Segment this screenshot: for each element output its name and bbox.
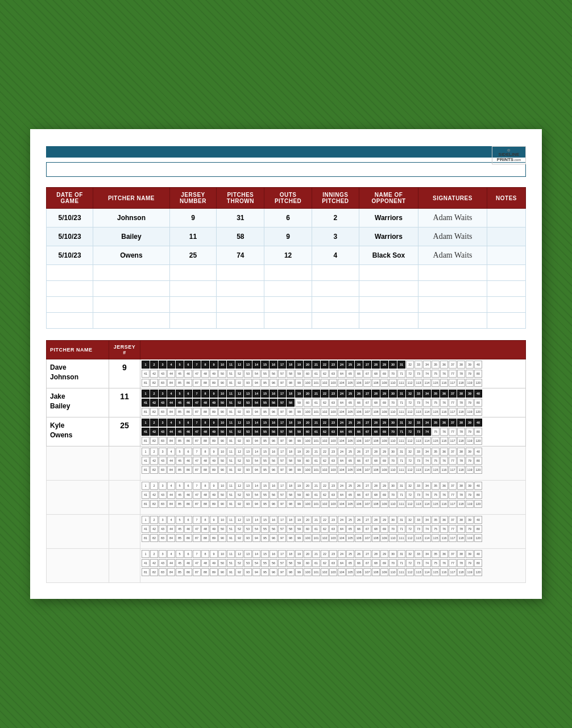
pitch-box-46: 46 (184, 559, 192, 567)
table-row: 5/10/23 Owens 25 74 12 4 Black Sox Adam … (47, 246, 526, 265)
pitch-box-87: 87 (193, 534, 201, 542)
pitch-box-8: 8 (201, 390, 209, 398)
pitch-box-20: 20 (304, 550, 312, 558)
pitch-box-113: 113 (415, 379, 422, 387)
pitch-box-23: 23 (329, 361, 337, 369)
pitch-box-98: 98 (287, 379, 295, 387)
pitch-box-43: 43 (159, 559, 167, 567)
pitch-box-10: 10 (218, 419, 226, 427)
pitch-box-39: 39 (466, 361, 474, 369)
pitch-box-117: 117 (449, 568, 457, 576)
pitch-box-76: 76 (440, 370, 448, 378)
pitch-box-23: 23 (329, 419, 337, 427)
pitch-box-30: 30 (389, 361, 397, 369)
pitch-box-93: 93 (244, 379, 252, 387)
pitch-box-18: 18 (287, 482, 295, 490)
pitch-box-101: 101 (312, 568, 320, 576)
pitch-box-12: 12 (235, 448, 243, 456)
pitch-box-55: 55 (261, 491, 269, 499)
pitch-box-95: 95 (261, 466, 269, 474)
pitch-box-83: 83 (159, 534, 167, 542)
pitch-box-22: 22 (321, 361, 329, 369)
pitch-box-72: 72 (406, 399, 414, 407)
pitch-box-77: 77 (449, 525, 457, 533)
pitch-box-107: 107 (363, 408, 371, 416)
pitch-box-67: 67 (363, 428, 371, 436)
pitch-box-70: 70 (389, 399, 397, 407)
pitch-box-101: 101 (312, 500, 320, 508)
pitch-box-55: 55 (261, 399, 269, 407)
pitch-box-71: 71 (397, 491, 405, 499)
pitch-box-112: 112 (406, 500, 414, 508)
pitch-box-27: 27 (363, 390, 371, 398)
pitch-box-47: 47 (193, 370, 201, 378)
pitch-box-100: 100 (304, 466, 312, 474)
pitch-box-114: 114 (423, 466, 431, 474)
pitch-box-9: 9 (210, 550, 218, 558)
pitch-box-9: 9 (210, 482, 218, 490)
empty-pitch-cell: 1234567891011121314151617181920212223242… (140, 481, 526, 515)
pitch-box-116: 116 (440, 466, 448, 474)
pitch-box-22: 22 (321, 419, 329, 427)
pitch-box-107: 107 (363, 437, 371, 445)
pitch-box-7: 7 (193, 419, 201, 427)
pitch-box-39: 39 (466, 550, 474, 558)
pitch-box-28: 28 (372, 448, 380, 456)
pitch-box-78: 78 (457, 457, 465, 465)
pitch-box-54: 54 (252, 457, 260, 465)
pitch-count-table: PITCHER NAME JERSEY # DaveJohnson 9 1234… (46, 340, 526, 583)
pitch-box-52: 52 (235, 370, 243, 378)
pitch-box-94: 94 (252, 408, 260, 416)
pitch-box-107: 107 (363, 466, 371, 474)
pitch-box-93: 93 (244, 568, 252, 576)
pitch-box-38: 38 (457, 448, 465, 456)
empty-pitch-cell: 1234567891011121314151617181920212223242… (140, 515, 526, 549)
pitch-box-15: 15 (261, 516, 269, 524)
pitch-box-8: 8 (201, 419, 209, 427)
pitch-box-36: 36 (440, 550, 448, 558)
paper-document: 🏟 SIDELINEPRINTS.com DATE OFGAME PITCHER… (30, 129, 542, 599)
pitch-box-78: 78 (457, 428, 465, 436)
pitch-box-74: 74 (423, 559, 431, 567)
pitch-box-88: 88 (201, 466, 209, 474)
pitch-box-8: 8 (201, 448, 209, 456)
pitch-box-18: 18 (287, 448, 295, 456)
pitch-box-107: 107 (363, 534, 371, 542)
pitch-box-25: 25 (346, 550, 354, 558)
pitch-box-84: 84 (167, 437, 175, 445)
pitch-box-116: 116 (440, 408, 448, 416)
pitch-box-44: 44 (167, 457, 175, 465)
pitch-box-48: 48 (201, 457, 209, 465)
pitch-box-115: 115 (432, 500, 440, 508)
pitch-box-58: 58 (287, 428, 295, 436)
pitch-box-4: 4 (167, 361, 175, 369)
pitch-box-115: 115 (432, 568, 440, 576)
empty-name-cell (47, 549, 109, 583)
pitch-box-21: 21 (312, 448, 320, 456)
pitch-box-109: 109 (380, 500, 388, 508)
pitch-box-73: 73 (415, 370, 422, 378)
pitch-box-46: 46 (184, 428, 192, 436)
pitch-box-64: 64 (338, 370, 346, 378)
pitch-box-7: 7 (193, 361, 201, 369)
pitch-box-74: 74 (423, 457, 431, 465)
pitch-box-3: 3 (159, 516, 167, 524)
pitch-box-102: 102 (321, 500, 329, 508)
pitch-box-89: 89 (210, 437, 218, 445)
pitch-box-11: 11 (227, 390, 235, 398)
pitch-box-74: 74 (423, 399, 431, 407)
pitch-box-96: 96 (270, 534, 277, 542)
cell-pitcher: Bailey (93, 228, 170, 246)
pitch-box-65: 65 (346, 525, 354, 533)
pitch-box-13: 13 (244, 361, 252, 369)
pitch-box-26: 26 (355, 516, 363, 524)
pitch-box-111: 111 (397, 437, 405, 445)
pitch-box-52: 52 (235, 525, 243, 533)
pitch-box-15: 15 (261, 390, 269, 398)
pitcher-name-cell: KyleOwens (47, 417, 109, 446)
cell-notes (487, 209, 526, 228)
pitch-box-70: 70 (389, 525, 397, 533)
pitch-box-82: 82 (150, 408, 158, 416)
pitch-box-105: 105 (346, 500, 354, 508)
pitch-box-91: 91 (227, 534, 235, 542)
